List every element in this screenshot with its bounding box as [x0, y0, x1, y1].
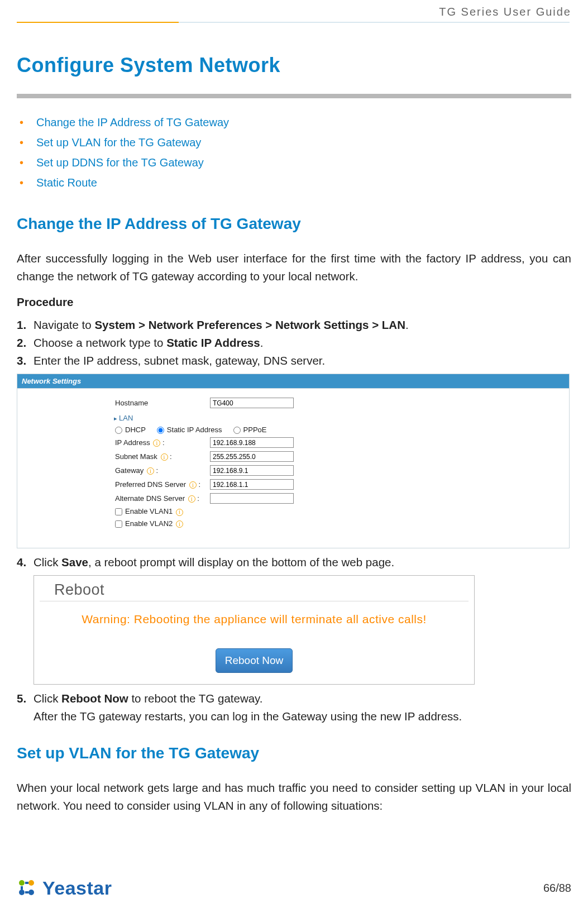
radio-dhcp[interactable]: DHCP: [115, 426, 146, 434]
svg-point-2: [19, 890, 25, 895]
step-2: Choose a network type to Static IP Addre…: [17, 334, 571, 351]
step-5: Click Reboot Now to reboot the TG gatewa…: [17, 690, 571, 725]
step-4-bold: Save: [61, 556, 88, 568]
vlan2-checkbox[interactable]: [115, 520, 122, 528]
radio-dhcp-input[interactable]: [115, 427, 122, 434]
step-1-text-c: .: [405, 318, 409, 331]
svg-point-0: [19, 880, 25, 886]
pdns-input[interactable]: [210, 479, 294, 490]
network-settings-title: Network Settings: [17, 374, 569, 389]
toc-item[interactable]: Set up DDNS for the TG Gateway: [20, 152, 571, 173]
section2-intro: When your local network gets large and h…: [17, 779, 571, 815]
step-1-bold: System > Network Preferences > Network S…: [94, 318, 405, 331]
reboot-now-button[interactable]: Reboot Now: [216, 648, 293, 673]
adns-input[interactable]: [210, 493, 294, 504]
procedure-label: Procedure: [17, 295, 571, 309]
reboot-heading: Reboot: [40, 576, 469, 601]
svg-rect-4: [25, 882, 28, 884]
header-rule: [17, 22, 570, 23]
network-type-radios: DHCP Static IP Address PPPoE: [115, 426, 561, 434]
radio-static-input[interactable]: [157, 427, 164, 434]
radio-dhcp-label: DHCP: [125, 426, 146, 434]
brand-logo-icon: [17, 878, 38, 899]
brand-logo: Yeastar: [17, 877, 112, 899]
section1-intro: After successfully logging in the Web us…: [17, 250, 571, 285]
gateway-label: Gateway: [115, 466, 144, 475]
page-title: Configure System Network: [17, 54, 571, 77]
network-settings-panel: Network Settings Hostname LAN DHCP Stati…: [17, 374, 570, 548]
step-4-text-c: , a reboot prompt will display on the bo…: [88, 556, 394, 568]
step-2-bold: Static IP Address: [166, 336, 260, 349]
ip-input[interactable]: [210, 437, 294, 448]
procedure-list: Navigate to System > Network Preferences…: [17, 317, 571, 369]
adns-label: Alternate DNS Server: [115, 494, 185, 503]
info-icon[interactable]: i: [153, 439, 160, 447]
svg-rect-5: [25, 891, 28, 893]
toc-item[interactable]: Change the IP Address of TG Gateway: [20, 112, 571, 132]
step-4: Click Save, a reboot prompt will display…: [17, 554, 571, 571]
radio-static-label: Static IP Address: [167, 426, 222, 434]
vlan1-label: Enable VLAN1: [125, 507, 173, 515]
pdns-label: Preferred DNS Server: [115, 480, 186, 489]
svg-rect-6: [21, 886, 23, 890]
brand-name: Yeastar: [42, 877, 112, 899]
info-icon[interactable]: i: [189, 481, 197, 489]
radio-pppoe-input[interactable]: [233, 427, 241, 434]
step-5-bold: Reboot Now: [61, 692, 128, 705]
vlan1-checkbox[interactable]: [115, 508, 122, 515]
step-5-text-c: to reboot the TG gateway.: [128, 692, 263, 705]
toc-item[interactable]: Static Route: [20, 173, 571, 193]
step-2-text-c: .: [260, 336, 264, 349]
mask-label: Subnet Mask: [115, 452, 157, 461]
svg-point-1: [28, 880, 34, 886]
doc-header-title: TG Series User Guide: [17, 6, 571, 22]
step-1-text-a: Navigate to: [34, 318, 94, 331]
reboot-warning: Warning: Rebooting the appliance will te…: [34, 613, 474, 626]
title-underline: [17, 94, 571, 98]
step-5-sub: After the TG gateway restarts, you can l…: [34, 708, 571, 725]
vlan2-label: Enable VLAN2: [125, 519, 173, 528]
procedure-list-cont: Click Save, a reboot prompt will display…: [17, 554, 571, 571]
radio-pppoe[interactable]: PPPoE: [233, 426, 267, 434]
hostname-label: Hostname: [115, 399, 210, 407]
reboot-panel: Reboot Warning: Rebooting the appliance …: [34, 575, 475, 685]
step-4-text-a: Click: [34, 556, 61, 568]
info-icon[interactable]: i: [176, 520, 183, 528]
step-2-text-a: Choose a network type to: [34, 336, 166, 349]
section-heading-ip: Change the IP Address of TG Gateway: [17, 215, 571, 233]
ip-label: IP Address: [115, 438, 150, 447]
info-icon[interactable]: i: [176, 509, 183, 516]
hostname-input[interactable]: [210, 398, 294, 408]
section-heading-vlan: Set up VLAN for the TG Gateway: [17, 744, 571, 762]
info-icon[interactable]: i: [161, 453, 168, 461]
page-number: 66/88: [543, 882, 571, 895]
radio-static[interactable]: Static IP Address: [157, 426, 222, 434]
step-1: Navigate to System > Network Preferences…: [17, 317, 571, 333]
info-icon[interactable]: i: [147, 467, 154, 475]
toc-list: Change the IP Address of TG Gateway Set …: [17, 112, 571, 193]
lan-section-header[interactable]: LAN: [114, 414, 561, 422]
toc-item[interactable]: Set up VLAN for the TG Gateway: [20, 132, 571, 152]
step-3: Enter the IP address, subnet mask, gatew…: [17, 352, 571, 369]
radio-pppoe-label: PPPoE: [243, 426, 267, 434]
gateway-input[interactable]: [210, 465, 294, 476]
page-footer: Yeastar 66/88: [17, 877, 571, 899]
info-icon[interactable]: i: [188, 495, 195, 503]
procedure-list-cont2: Click Reboot Now to reboot the TG gatewa…: [17, 690, 571, 725]
step-5-text-a: Click: [34, 692, 61, 705]
svg-point-3: [28, 890, 34, 895]
mask-input[interactable]: [210, 451, 294, 462]
